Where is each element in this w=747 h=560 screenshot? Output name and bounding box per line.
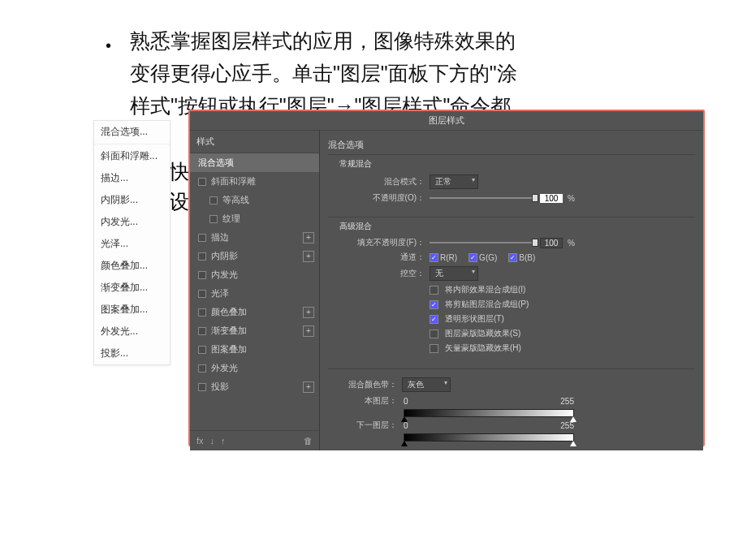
menu-inner-shadow[interactable]: 内阴影... [94,189,170,211]
style-label: 渐变叠加 [211,325,247,337]
checkbox-icon[interactable] [430,330,438,338]
style-texture[interactable]: 纹理 [190,209,319,228]
fill-opacity-slider[interactable] [430,242,535,243]
under-layer-track[interactable] [404,433,574,442]
checkbox-icon[interactable] [198,178,206,186]
this-layer-label: 本图层： [328,395,397,407]
slide-text: • 熟悉掌握图层样式的应用，图像特殊效果的 变得更得心应手。单击"图层"面板下方… [130,24,747,122]
this-lo: 0 [404,397,408,406]
menu-drop-shadow[interactable]: 投影... [94,342,170,364]
general-title: 常规混合 [339,158,689,170]
slider-handle-icon[interactable] [570,441,576,446]
checkbox-icon[interactable] [198,234,206,242]
opacity-slider[interactable] [430,197,535,199]
blend-mode-select[interactable]: 正常 [430,174,478,189]
style-stroke[interactable]: 描边 + [190,228,319,247]
add-icon[interactable]: + [303,232,314,243]
menu-satin[interactable]: 光泽... [94,233,170,255]
blendif-select[interactable]: 灰色 [402,377,451,392]
channel-r[interactable]: R(R) [430,253,457,262]
slide-line2: 变得更得心应手。单击"图层"面板下方的"涂 [130,62,517,84]
under-layer-label: 下一图层： [328,420,397,431]
style-inner-glow[interactable]: 内发光 [190,265,319,284]
style-label: 外发光 [211,362,238,374]
opt-transparency-shapes[interactable]: 透明形状图层(T) [445,313,504,325]
style-label: 等高线 [222,194,249,206]
style-pattern-overlay[interactable]: 图案叠加 [190,340,319,359]
add-icon[interactable]: + [303,381,314,393]
opt-clip-group[interactable]: 将剪贴图层混合成组(P) [445,299,529,310]
opacity-label: 不透明度(O)： [339,192,425,204]
style-bevel[interactable]: 斜面和浮雕 [190,172,319,191]
style-label: 纹理 [222,213,240,225]
slide-line1: 熟悉掌握图层样式的应用，图像特殊效果的 [130,29,516,52]
arrow-up-icon[interactable]: ↑ [221,436,226,446]
channel-b[interactable]: B(B) [508,253,535,262]
checkbox-icon [468,253,477,262]
style-inner-shadow[interactable]: 内阴影 + [190,247,319,265]
checkbox-icon[interactable] [198,327,206,335]
style-gradient-overlay[interactable]: 渐变叠加 + [190,321,319,340]
add-icon[interactable]: + [303,307,314,318]
style-label: 内阴影 [211,250,238,262]
knockout-select[interactable]: 无 [430,266,478,281]
menu-inner-glow[interactable]: 内发光... [94,211,170,233]
this-layer-track[interactable] [404,409,574,417]
options-column: 混合选项 常规混合 混合模式： 正常 不透明度(O)： 100 % 高级混合 填… [320,131,703,450]
fill-opacity-value[interactable]: 100 [540,238,563,248]
checkbox-icon[interactable] [198,271,206,279]
style-outer-glow[interactable]: 外发光 [190,359,319,377]
checkbox-icon[interactable] [198,364,206,373]
style-drop-shadow[interactable]: 投影 + [190,377,319,396]
style-label: 光泽 [211,287,229,299]
blendif-label: 混合颜色带： [328,379,397,390]
checkbox-icon[interactable] [198,383,206,391]
under-hi: 255 [560,421,574,430]
channels-label: 通道： [339,252,425,263]
menu-separator [94,144,170,144]
slider-handle-icon[interactable] [401,416,408,422]
checkbox-icon[interactable] [198,252,206,261]
slider-handle-icon[interactable] [570,416,576,422]
style-satin[interactable]: 光泽 [190,284,319,303]
menu-color-overlay[interactable]: 颜色叠加... [94,255,170,277]
add-icon[interactable]: + [303,251,314,262]
opt-inner-effects[interactable]: 将内部效果混合成组(I) [445,284,525,295]
checkbox-icon[interactable] [198,346,206,354]
layer-style-dialog: 图层样式 样式 混合选项 斜面和浮雕 等高线 纹理 描边 + [188,110,705,446]
knockout-label: 挖空： [339,268,425,279]
style-label: 投影 [211,381,229,393]
checkbox-icon[interactable] [198,308,206,317]
checkbox-icon[interactable] [209,215,218,223]
style-label: 斜面和浮雕 [211,175,256,187]
opt-vector-mask-hides[interactable]: 矢量蒙版隐藏效果(H) [445,342,521,354]
checkbox-icon[interactable] [430,315,438,324]
checkbox-icon[interactable] [198,290,206,298]
style-color-overlay[interactable]: 颜色叠加 + [190,303,319,321]
menu-bevel[interactable]: 斜面和浮雕... [94,145,170,167]
slider-handle-icon[interactable] [401,441,408,446]
trash-icon[interactable]: 🗑 [304,436,313,446]
checkbox-icon[interactable] [209,196,218,205]
opt-layer-mask-hides[interactable]: 图层蒙版隐藏效果(S) [445,328,520,339]
add-icon[interactable]: + [303,325,314,337]
menu-blend-options[interactable]: 混合选项... [94,121,170,143]
checkbox-icon [508,253,517,262]
channel-g[interactable]: G(G) [468,253,497,262]
checkbox-icon[interactable] [430,286,438,295]
percent-label: % [568,194,575,203]
opacity-value[interactable]: 100 [540,194,563,203]
menu-pattern-overlay[interactable]: 图案叠加... [94,299,170,321]
menu-stroke[interactable]: 描边... [94,167,170,189]
style-blend-options[interactable]: 混合选项 [190,153,319,172]
arrow-down-icon[interactable]: ↓ [210,436,215,446]
menu-gradient-overlay[interactable]: 渐变叠加... [94,277,170,299]
general-blending-group: 常规混合 混合模式： 正常 不透明度(O)： 100 % [328,154,695,213]
checkbox-icon[interactable] [430,300,438,309]
style-label: 图案叠加 [211,343,247,355]
checkbox-icon[interactable] [430,344,438,353]
menu-outer-glow[interactable]: 外发光... [94,321,170,342]
fill-opacity-label: 填充不透明度(F)： [339,237,425,248]
style-contour[interactable]: 等高线 [190,191,319,209]
fx-icon[interactable]: fx [196,436,204,446]
